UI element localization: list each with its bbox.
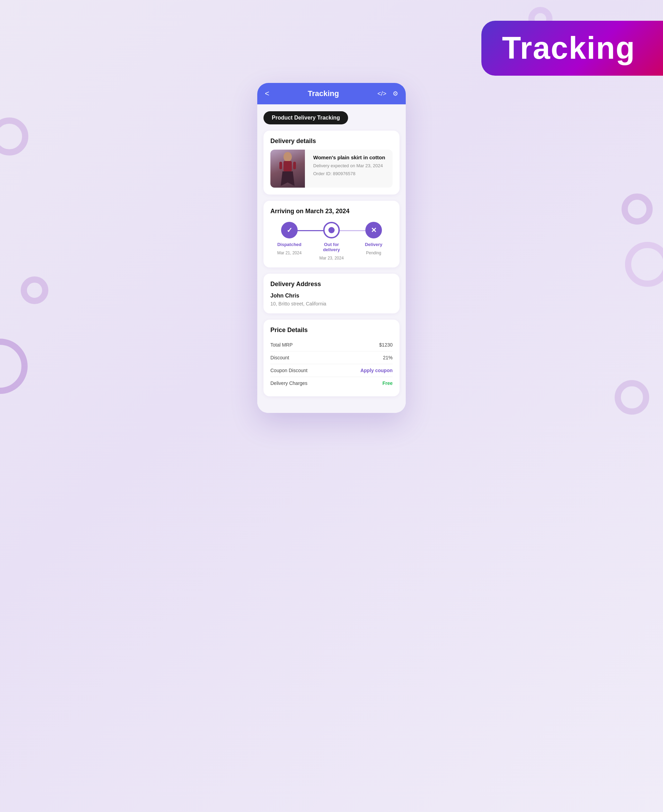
tracking-timeline-card: Arriving on March 23, 2024 ✓ Dispatched … <box>264 201 399 267</box>
timeline-step-dispatched: ✓ Dispatched Mar 21, 2024 <box>274 222 305 255</box>
price-row-delivery: Delivery Charges Free <box>270 377 393 389</box>
topbar-icons: </> ⚙ <box>377 90 398 97</box>
step-date-out-for-delivery: Mar 23, 2024 <box>319 256 344 261</box>
step-circle-out-for-delivery <box>323 222 340 238</box>
product-image-svg <box>274 151 301 186</box>
svg-marker-2 <box>281 172 294 186</box>
price-value-discount: 21% <box>383 355 393 360</box>
price-details-card: Price Details Total MRP $1230 Discount 2… <box>264 319 399 396</box>
step-label-delivery: Delivery <box>365 242 383 247</box>
delivery-expected: Delivery expected on Mar 23, 2024 <box>313 163 385 168</box>
banner-title: Tracking <box>502 31 636 65</box>
order-id: Order ID: 890976578 <box>313 171 385 176</box>
delivery-details-card: Delivery details Women's plain skirt in … <box>264 131 399 194</box>
step-date-dispatched: Mar 21, 2024 <box>277 251 302 255</box>
price-details-title: Price Details <box>270 327 393 334</box>
phone-content: Product Delivery Tracking Delivery detai… <box>257 104 406 413</box>
address-detail: 10, Britto street, California <box>270 301 393 306</box>
topbar-title: Tracking <box>308 89 339 98</box>
price-value-mrp: $1230 <box>379 342 393 348</box>
code-icon[interactable]: </> <box>377 90 386 97</box>
deco-circle-7 <box>614 380 649 415</box>
phone-topbar: < Tracking </> ⚙ <box>257 83 406 104</box>
price-label-delivery-charges: Delivery Charges <box>270 381 307 386</box>
arriving-label: Arriving on March 23, 2024 <box>270 207 393 215</box>
timeline-step-delivery: ✕ Delivery Pending <box>358 222 389 255</box>
timeline: ✓ Dispatched Mar 21, 2024 Out for delive… <box>270 222 393 261</box>
deco-circle-2 <box>21 276 49 304</box>
price-value-coupon[interactable]: Apply coupon <box>361 368 393 373</box>
price-label-coupon: Coupon Discount <box>270 368 307 373</box>
timeline-step-out-for-delivery: Out for delivery Mar 23, 2024 <box>316 222 347 261</box>
step-dot-active <box>328 227 335 233</box>
product-name: Women's plain skirt in cotton <box>313 154 385 160</box>
product-info: Women's plain skirt in cotton Delivery e… <box>310 150 388 188</box>
svg-point-0 <box>283 152 292 162</box>
svg-rect-4 <box>293 162 296 169</box>
price-row-discount: Discount 21% <box>270 352 393 364</box>
settings-icon[interactable]: ⚙ <box>393 90 398 97</box>
svg-rect-1 <box>283 161 292 172</box>
deco-circle-4 <box>622 193 653 225</box>
product-delivery-pill: Product Delivery Tracking <box>264 111 348 125</box>
price-row-total-mrp: Total MRP $1230 <box>270 339 393 352</box>
address-name: John Chris <box>270 293 393 299</box>
price-value-delivery-charges: Free <box>382 381 393 386</box>
deco-circle-5 <box>625 242 663 287</box>
tracking-banner: Tracking <box>481 21 663 76</box>
product-image <box>270 150 305 188</box>
price-label-discount: Discount <box>270 355 289 360</box>
product-row: Women's plain skirt in cotton Delivery e… <box>270 150 393 188</box>
step-circle-delivery: ✕ <box>365 222 382 238</box>
step-circle-dispatched: ✓ <box>281 222 298 238</box>
deco-circle-1 <box>0 117 28 156</box>
price-row-coupon: Coupon Discount Apply coupon <box>270 364 393 377</box>
delivery-details-title: Delivery details <box>270 138 393 145</box>
delivery-address-title: Delivery Address <box>270 280 393 288</box>
step-date-delivery: Pending <box>366 251 381 255</box>
deco-circle-3 <box>0 339 27 394</box>
step-label-out-for-delivery: Out for delivery <box>316 242 347 252</box>
price-label-mrp: Total MRP <box>270 342 293 348</box>
svg-rect-3 <box>279 162 282 169</box>
back-button[interactable]: < <box>265 89 269 98</box>
step-label-dispatched: Dispatched <box>277 242 301 247</box>
delivery-address-card: Delivery Address John Chris 10, Britto s… <box>264 274 399 313</box>
phone-wrapper: < Tracking </> ⚙ Product Delivery Tracki… <box>257 83 406 413</box>
